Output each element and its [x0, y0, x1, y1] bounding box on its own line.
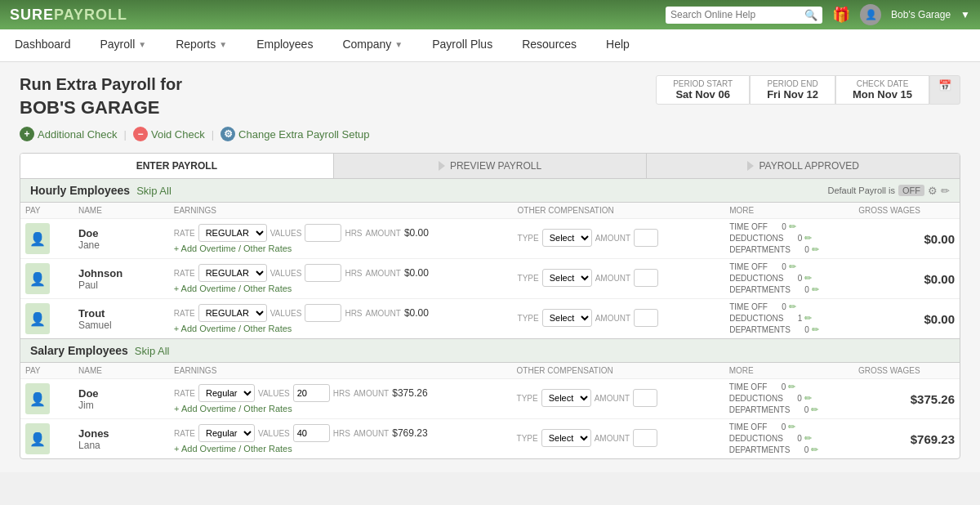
values-input[interactable]: [293, 384, 330, 402]
search-box[interactable]: 🔍: [666, 7, 822, 24]
values-unit: hrs: [333, 429, 350, 438]
nav-item-reports[interactable]: Reports▼: [161, 29, 242, 61]
search-input[interactable]: [670, 9, 801, 20]
nav-item-company[interactable]: Company▼: [327, 29, 417, 61]
gross-wages-cell: $0.00: [853, 259, 960, 299]
departments-value: 0: [792, 405, 808, 414]
period-start-block: PERIOD START Sat Nov 06: [656, 75, 750, 105]
add-overtime-link[interactable]: + Add Overtime / Other Rates: [174, 404, 507, 413]
time-off-value: 0: [770, 262, 786, 271]
deductions-edit-icon[interactable]: ✏: [804, 273, 812, 284]
step-preview-payroll[interactable]: PREVIEW PAYROLL: [334, 154, 648, 178]
deductions-edit-icon[interactable]: ✏: [804, 393, 812, 404]
edit-icon[interactable]: ✏: [941, 185, 950, 197]
nav-item-dashboard[interactable]: Dashboard: [0, 29, 86, 61]
departments-edit-icon[interactable]: ✏: [812, 244, 819, 255]
nav-item-payroll-plus[interactable]: Payroll Plus: [417, 29, 507, 61]
step-arrow-icon: [439, 161, 445, 171]
other-compensation-cell: TYPE Select AMOUNT: [513, 219, 725, 259]
values-input[interactable]: [305, 224, 341, 242]
departments-edit-icon[interactable]: ✏: [812, 324, 819, 335]
departments-label: DEPARTMENTS: [729, 405, 791, 414]
other-form-row: TYPE Select AMOUNT: [517, 429, 719, 447]
departments-edit-icon[interactable]: ✏: [811, 445, 818, 455]
time-off-edit-icon[interactable]: ✏: [789, 302, 796, 312]
default-payroll-label: Default Payroll is: [827, 185, 895, 195]
time-off-label: TIME OFF: [729, 422, 768, 431]
time-off-row: TIME OFF 0 ✏: [729, 302, 849, 312]
nav-item-payroll[interactable]: Payroll▼: [86, 29, 162, 61]
rate-label: RATE: [174, 309, 195, 318]
departments-edit-icon[interactable]: ✏: [811, 404, 818, 415]
add-overtime-link[interactable]: + Add Overtime / Other Rates: [174, 324, 508, 333]
step-enter-payroll[interactable]: ENTER PAYROLL: [20, 154, 334, 178]
type-select[interactable]: Select: [541, 429, 591, 447]
rate-select[interactable]: REGULAR: [198, 224, 267, 242]
hourly-skip-all[interactable]: Skip All: [136, 185, 172, 197]
salary-col-other-header: OTHER COMPENSATION: [512, 363, 724, 379]
values-input[interactable]: [305, 304, 341, 322]
salary-section-title: Salary Employees: [30, 344, 128, 357]
amount-label: AMOUNT: [366, 269, 401, 278]
add-overtime-link[interactable]: + Add Overtime / Other Rates: [174, 244, 508, 253]
employee-icon: 👤: [25, 303, 50, 334]
col-more-header: MORE: [724, 203, 853, 219]
step-approved[interactable]: PAYROLL APPROVED: [647, 154, 960, 178]
type-select[interactable]: Select: [542, 269, 592, 287]
departments-edit-icon[interactable]: ✏: [812, 284, 819, 295]
departments-label: DEPARTMENTS: [729, 245, 791, 254]
settings-icon[interactable]: ⚙: [928, 185, 938, 197]
type-select[interactable]: Select: [541, 389, 591, 407]
employee-first-name: Samuel: [78, 320, 164, 331]
deductions-edit-icon[interactable]: ✏: [804, 233, 812, 244]
employee-last-name: Trout: [78, 307, 164, 320]
add-overtime-link[interactable]: + Add Overtime / Other Rates: [174, 444, 507, 454]
values-label: VALUES: [270, 229, 302, 238]
logo-payroll: PAYROLL: [54, 7, 127, 23]
rate-select[interactable]: REGULAR: [198, 264, 267, 282]
time-off-label: TIME OFF: [729, 262, 768, 271]
check-date-label: CHECK DATE: [857, 79, 909, 88]
time-off-edit-icon[interactable]: ✏: [789, 221, 796, 232]
add-overtime-link[interactable]: + Add Overtime / Other Rates: [174, 284, 508, 293]
values-input[interactable]: [293, 424, 330, 442]
deductions-row: DEDUCTIONS 1 ✏: [729, 313, 849, 324]
other-amount-input[interactable]: [633, 429, 657, 447]
values-input[interactable]: [305, 264, 341, 282]
values-unit: hrs: [345, 309, 362, 318]
time-off-row: TIME OFF 0 ✏: [729, 221, 849, 232]
gross-wages-cell: $0.00: [853, 219, 960, 259]
nav-item-employees[interactable]: Employees: [242, 29, 327, 61]
time-off-edit-icon[interactable]: ✏: [788, 422, 795, 432]
type-select[interactable]: Select: [542, 229, 592, 247]
other-amount-input[interactable]: [633, 389, 657, 407]
type-select[interactable]: Select: [542, 309, 592, 327]
gift-icon[interactable]: 🎁: [832, 6, 850, 24]
deductions-edit-icon[interactable]: ✏: [804, 433, 812, 444]
type-label: TYPE: [518, 274, 539, 283]
void-check-link[interactable]: − Void Check: [133, 127, 205, 141]
rate-row: RATE REGULAR VALUES hrs AMOUNT $0.00: [174, 264, 508, 282]
departments-row: DEPARTMENTS 0 ✏: [729, 244, 849, 255]
other-amount-input[interactable]: [634, 229, 658, 247]
time-off-edit-icon[interactable]: ✏: [788, 382, 795, 392]
rate-select[interactable]: Regular: [198, 424, 255, 442]
time-off-row: TIME OFF 0 ✏: [729, 261, 849, 272]
hourly-title-group: Hourly Employees Skip All: [30, 184, 172, 197]
nav-item-resources[interactable]: Resources: [507, 29, 591, 61]
change-setup-link[interactable]: ⚙ Change Extra Payroll Setup: [220, 127, 369, 141]
nav-item-help[interactable]: Help: [591, 29, 644, 61]
chevron-down-icon[interactable]: ▼: [960, 9, 970, 20]
deductions-edit-icon[interactable]: ✏: [804, 313, 812, 324]
employee-last-name: Doe: [78, 227, 164, 239]
rate-select[interactable]: REGULAR: [198, 304, 267, 322]
other-amount-input[interactable]: [634, 269, 658, 287]
salary-table: PAY NAME EARNINGS OTHER COMPENSATION MOR…: [20, 363, 960, 458]
payroll-container: ENTER PAYROLL PREVIEW PAYROLL PAYROLL AP…: [20, 153, 960, 459]
time-off-edit-icon[interactable]: ✏: [789, 261, 796, 272]
other-amount-input[interactable]: [634, 309, 658, 327]
additional-check-link[interactable]: + Additional Check: [20, 127, 118, 141]
salary-skip-all[interactable]: Skip All: [135, 345, 170, 357]
calendar-button[interactable]: 📅: [929, 75, 960, 105]
rate-select[interactable]: Regular: [198, 384, 255, 402]
